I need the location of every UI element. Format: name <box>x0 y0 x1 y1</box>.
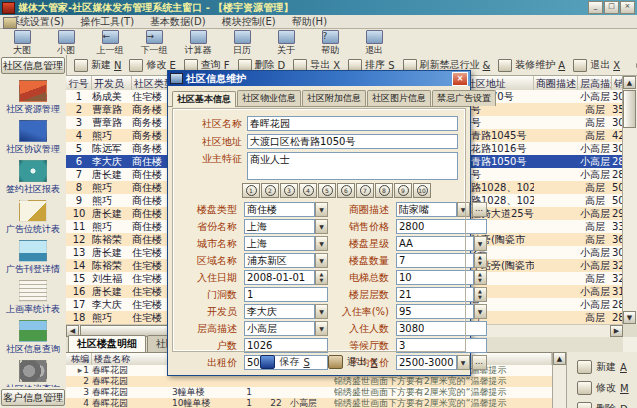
dialog-tab[interactable]: 社区附加信息 <box>302 90 366 106</box>
field-control[interactable]: 3 ▼ ▲▼ … <box>396 338 487 353</box>
menu-item[interactable]: 操作工具(T) <box>72 15 142 29</box>
maximize-button[interactable]: □ <box>604 1 619 14</box>
action-button[interactable]: 新建 N <box>70 57 125 73</box>
col-row-number[interactable]: 行号 <box>66 76 92 90</box>
field-value[interactable]: 2800 <box>396 219 487 234</box>
menu-item[interactable]: 基本数据(D) <box>142 15 214 29</box>
detail-row[interactable]: 2 春晖花园 锦绣盛世画面下方要有2厘米宽的“温馨提示 <box>66 376 623 387</box>
col-estate-name[interactable]: 楼盘名称 <box>92 353 172 365</box>
field-control[interactable]: 商住楼 ▼ ▲▼ <box>244 202 328 217</box>
field-control[interactable]: 小高层 ▼ ▲▼ <box>244 321 328 336</box>
minimize-button[interactable]: _ <box>588 1 603 14</box>
sidebar-item[interactable]: 广告刊登详情 <box>1 239 65 277</box>
menu-item[interactable]: 模块控制(E) <box>214 15 284 29</box>
field-value[interactable]: 李大庆 <box>244 304 315 319</box>
numbered-button[interactable]: 2 <box>261 183 279 198</box>
dialog-tab[interactable]: 社区图片信息 <box>367 90 431 106</box>
field-control[interactable]: 2008-01-01 ▼ ▲▼ <box>244 270 328 285</box>
ellipsis-button[interactable]: … <box>472 202 487 217</box>
dialog-close-icon[interactable]: × <box>452 72 468 86</box>
action-button[interactable]: 装修维护 A <box>494 57 569 73</box>
field-control[interactable]: 3080 ▼ ▲▼ … <box>396 321 487 336</box>
field-value[interactable]: 10 <box>396 270 474 285</box>
field-control[interactable]: 上海 ▼ ▲▼ <box>244 236 328 251</box>
detail-vertical-scrollbar[interactable]: ▲ <box>552 352 567 408</box>
sidebar-group-community[interactable]: 社区信息管理 <box>1 57 65 74</box>
menu-item[interactable]: 帮助(H) <box>284 15 335 29</box>
spinner-icon[interactable]: ▲▼ <box>474 270 487 285</box>
toolbar-button[interactable]: 退出 <box>352 29 396 55</box>
dropdown-arrow-icon[interactable]: ▼ <box>474 304 487 319</box>
field-value[interactable]: 浦东新区 <box>244 253 315 268</box>
col-business-circle[interactable]: 商圈描述 <box>534 76 578 90</box>
sidebar-item[interactable]: 社区信息查询 <box>1 319 65 357</box>
scroll-up-icon[interactable]: ▲ <box>553 352 566 365</box>
spinner-icon[interactable]: ▲▼ <box>315 270 328 285</box>
save-button[interactable]: 保存 S <box>260 355 309 369</box>
spinner-icon[interactable]: ▲▼ <box>474 287 487 302</box>
field-control[interactable]: 1 ▼ ▲▼ <box>244 287 328 302</box>
community-address-input[interactable] <box>247 134 458 149</box>
field-control[interactable]: 1026 ▼ ▲▼ <box>244 338 328 353</box>
field-control[interactable]: 浦东新区 ▼ ▲▼ <box>244 253 328 268</box>
sidebar-item[interactable]: 社区协议管理 <box>1 119 65 157</box>
numbered-button[interactable]: 6 <box>337 183 355 198</box>
toolbar-button[interactable]: → 下一组 <box>132 29 176 55</box>
field-value[interactable]: 3 <box>396 338 487 353</box>
dropdown-arrow-icon[interactable]: ▼ <box>315 321 328 336</box>
dropdown-arrow-icon[interactable]: ▼ <box>457 202 470 217</box>
toolbar-button[interactable]: ? 帮助 <box>308 29 352 55</box>
field-control[interactable]: 95 ▼ ▲▼ … <box>396 304 487 319</box>
community-name-input[interactable] <box>247 116 458 131</box>
toolbar-button[interactable]: ← 上一组 <box>88 29 132 55</box>
dropdown-arrow-icon[interactable]: ▼ <box>315 236 328 251</box>
action-button[interactable]: 退出 X <box>569 57 624 73</box>
field-control[interactable]: 李大庆 ▼ ▲▼ <box>244 304 328 319</box>
dialog-tab[interactable]: 禁忌广告设置 <box>432 90 496 106</box>
detail-action-button[interactable]: 修改 M <box>577 381 637 395</box>
field-value[interactable]: 21 <box>396 287 474 302</box>
col-community-type[interactable]: 社区类型 <box>132 76 170 90</box>
toolbar-button[interactable]: 小图 <box>44 29 88 55</box>
dropdown-arrow-icon[interactable]: ▼ <box>315 304 328 319</box>
scrollbar-thumb[interactable] <box>623 90 636 128</box>
ellipsis-button[interactable]: … <box>472 355 487 370</box>
close-button[interactable]: × <box>620 1 635 14</box>
numbered-button[interactable]: 5 <box>318 183 336 198</box>
dialog-tab[interactable]: 社区物业信息 <box>237 90 301 106</box>
col-building-code[interactable]: 栋编 <box>66 353 92 365</box>
sidebar-item[interactable]: 社区协议查询 <box>1 359 65 387</box>
detail-action-button[interactable]: 新建 A <box>577 360 637 374</box>
exit-button[interactable]: 退出 X <box>328 355 378 369</box>
numbered-button[interactable]: 4 <box>299 183 317 198</box>
field-control[interactable]: 2800 ▼ ▲▼ … <box>396 219 487 234</box>
dropdown-arrow-icon[interactable]: ▼ <box>474 236 487 251</box>
numbered-button[interactable]: 1 <box>242 183 260 198</box>
field-value[interactable]: 小高层 <box>244 321 315 336</box>
field-value[interactable]: AA <box>396 236 474 251</box>
numbered-button[interactable]: 9 <box>394 183 412 198</box>
vertical-scrollbar[interactable]: ▲ ▼ <box>622 76 637 324</box>
field-control[interactable]: 21 ▼ ▲▼ … <box>396 287 487 302</box>
col-developer[interactable]: 开发员 <box>92 76 132 90</box>
field-value[interactable]: 2008-01-01 <box>244 270 315 285</box>
toolbar-button[interactable]: 日历 <box>220 29 264 55</box>
toolbar-button[interactable]: 关于 <box>264 29 308 55</box>
field-control[interactable]: 10 ▼ ▲▼ … <box>396 270 487 285</box>
field-value[interactable]: 3080 <box>396 321 487 336</box>
field-value[interactable]: 商住楼 <box>244 202 315 217</box>
field-control[interactable]: 7 ▼ ▲▼ … <box>396 253 487 268</box>
field-value[interactable]: 上海 <box>244 236 315 251</box>
numbered-button[interactable]: 8 <box>375 183 393 198</box>
detail-action-button[interactable]: 删除 D <box>577 402 637 408</box>
field-value[interactable]: 1026 <box>244 338 328 353</box>
toolbar-button[interactable]: 大图 <box>0 29 44 55</box>
field-value[interactable]: 7 <box>396 253 474 268</box>
sidebar-item[interactable]: 上画率统计表 <box>1 279 65 317</box>
numbered-button[interactable]: 7 <box>356 183 374 198</box>
scroll-up-icon[interactable]: ▲ <box>623 76 636 89</box>
spinner-icon[interactable]: ▲▼ <box>474 253 487 268</box>
toolbar-button[interactable]: 计算器 <box>176 29 220 55</box>
field-value[interactable]: 上海 <box>244 219 315 234</box>
detail-row[interactable]: 3 春晖花园 3幢单楼 1 锦绣盛世画面下方要有2厘米宽的“温馨提示 <box>66 387 623 398</box>
